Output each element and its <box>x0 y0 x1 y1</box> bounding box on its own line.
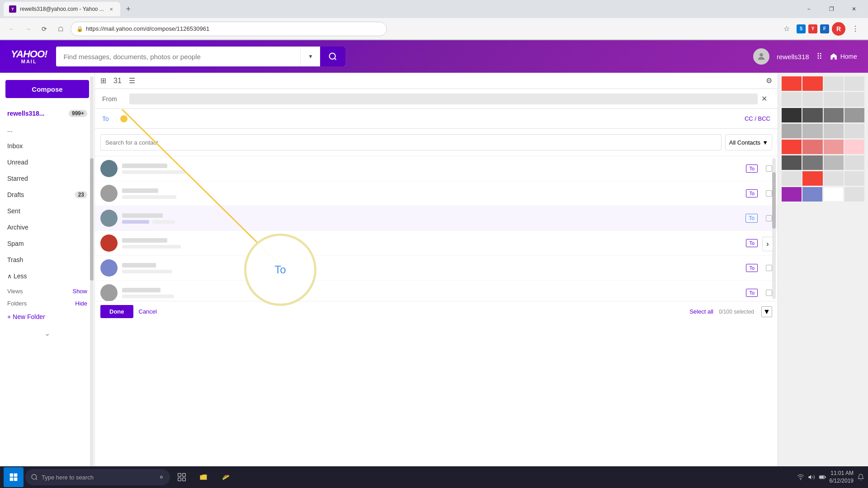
search-dropdown-button[interactable]: ▼ <box>300 47 320 66</box>
sidebar-scrollbar-thumb[interactable] <box>90 158 94 281</box>
ext-icon-2[interactable]: Y <box>808 24 817 33</box>
home-nav-button[interactable]: ☖ <box>54 23 67 35</box>
sidebar-scroll-arrow[interactable]: ⌄ <box>0 325 94 341</box>
svg-rect-14 <box>178 474 181 477</box>
maximize-button[interactable]: ❐ <box>821 0 842 18</box>
apps-grid-button[interactable]: ⠿ <box>816 52 822 61</box>
close-button[interactable]: ✕ <box>844 0 864 18</box>
folders-hide-action[interactable]: Hide <box>75 300 87 307</box>
network-icon <box>797 474 804 481</box>
sidebar-item-drafts[interactable]: Drafts 23 <box>0 187 94 203</box>
new-tab-button[interactable]: + <box>122 3 135 15</box>
settings-icon[interactable]: ⚙ <box>766 76 772 85</box>
sidebar-scrollbar[interactable] <box>90 76 94 485</box>
contact-filter-dropdown[interactable]: All Contacts ▼ <box>725 134 772 150</box>
contact-checkbox-5[interactable] <box>766 265 772 271</box>
start-button[interactable] <box>4 467 24 487</box>
contact-to-label-3[interactable]: To <box>745 214 758 223</box>
contact-item-3[interactable]: To <box>95 206 778 231</box>
picker-done-button[interactable]: Done <box>100 305 133 318</box>
contact-item-2[interactable]: To <box>95 181 778 206</box>
picker-cancel-button[interactable]: Cancel <box>139 308 157 315</box>
contact-item-6[interactable]: To <box>95 281 778 301</box>
to-field[interactable]: To CC / BCC <box>95 109 778 129</box>
filter-label: All Contacts <box>729 139 760 146</box>
picker-select-all-button[interactable]: Select all <box>689 308 713 315</box>
picker-scrollbar[interactable] <box>772 158 776 299</box>
contact-to-button-6[interactable]: To <box>746 289 758 297</box>
contact-checkbox-1[interactable] <box>766 165 772 172</box>
contact-search-input[interactable] <box>100 134 722 150</box>
picker-scroll-down[interactable]: ▼ <box>761 306 772 317</box>
compose-close-button[interactable]: ✕ <box>758 93 770 105</box>
notification-icon[interactable] <box>857 474 864 481</box>
more-browser-options[interactable]: ⋮ <box>848 22 863 36</box>
thumb-cell <box>823 187 844 202</box>
sidebar-more-dots[interactable]: ... <box>0 122 94 138</box>
tab-close-button[interactable]: ✕ <box>108 5 115 13</box>
thumbnail-row-7 <box>782 171 864 186</box>
thumbnail-row-8 <box>782 187 864 202</box>
calendar-view-icon[interactable]: 31 <box>113 77 122 85</box>
minimize-button[interactable]: − <box>798 0 819 18</box>
search-input[interactable] <box>56 47 300 66</box>
sidebar-item-archive[interactable]: Archive <box>0 219 94 235</box>
contact-checkbox-6[interactable] <box>766 290 772 296</box>
sidebar-user-email: rewells318... <box>7 110 45 117</box>
contact-avatar-5 <box>100 259 118 277</box>
sidebar-item-sent[interactable]: Sent <box>0 203 94 219</box>
picker-scrollbar-thumb[interactable] <box>772 172 776 229</box>
thumb-cell <box>844 155 864 170</box>
ext-icon-1[interactable]: S <box>797 24 806 33</box>
contact-checkbox-3[interactable] <box>766 215 772 221</box>
yahoo-header: YAHOO! MAIL ▼ rewells318 ⠿ Home <box>0 40 868 73</box>
file-explorer-button[interactable] <box>193 467 213 487</box>
bookmark-button[interactable]: ☆ <box>779 22 794 36</box>
chrome-browser-button[interactable] <box>215 467 235 487</box>
contact-to-button-5[interactable]: To <box>746 264 758 272</box>
contact-item-1[interactable]: To <box>95 156 778 181</box>
sidebar-item-trash[interactable]: Trash <box>0 252 94 268</box>
contact-to-button-4[interactable]: To <box>746 239 758 247</box>
sidebar-new-folder[interactable]: + New Folder <box>0 309 94 325</box>
search-submit-button[interactable] <box>320 47 345 66</box>
contact-name-2 <box>122 188 741 194</box>
compact-view-icon[interactable]: ⊞ <box>100 76 106 85</box>
thumb-cell <box>782 155 802 170</box>
list-view-icon[interactable]: ☰ <box>129 76 135 85</box>
sidebar-less-toggle[interactable]: ∧ Less <box>0 268 94 284</box>
contact-item-4[interactable]: To <box>95 231 778 256</box>
url-bar[interactable]: 🔒 https://mail.yahoo.com/d/compose/11265… <box>71 22 387 36</box>
sidebar-item-starred[interactable]: Starred <box>0 170 94 187</box>
contact-to-button-2[interactable]: To <box>746 189 758 197</box>
contact-item-5[interactable]: To <box>95 256 778 281</box>
thumb-cell <box>782 171 802 186</box>
ext-icon-3[interactable]: F <box>820 24 829 33</box>
reload-button[interactable]: ⟳ <box>38 23 51 35</box>
sidebar-views-section: Views Show <box>0 284 94 296</box>
sidebar-item-inbox[interactable]: Inbox <box>0 138 94 154</box>
home-button[interactable]: Home <box>830 52 857 61</box>
contact-to-button-1[interactable]: To <box>746 164 758 173</box>
back-button[interactable]: ← <box>5 23 18 35</box>
sidebar-item-unread[interactable]: Unread <box>0 154 94 170</box>
browser-profile[interactable]: R <box>832 22 845 36</box>
sidebar-item-spam[interactable]: Spam <box>0 235 94 252</box>
contact-avatar-2 <box>100 185 118 202</box>
sidebar-user-row[interactable]: rewells318... 999+ <box>0 105 94 122</box>
views-show-action[interactable]: Show <box>72 288 87 295</box>
compose-button[interactable]: Compose <box>5 80 89 98</box>
cc-bcc-link[interactable]: CC / BCC <box>745 115 770 122</box>
contact-name-1 <box>122 163 741 169</box>
task-view-button[interactable] <box>172 467 192 487</box>
to-input[interactable] <box>135 115 745 122</box>
thumb-cell <box>782 124 802 138</box>
contact-name-6 <box>122 287 741 294</box>
thumb-cell <box>802 76 822 91</box>
contact-checkbox-2[interactable] <box>766 190 772 197</box>
taskbar-search[interactable]: Type here to search <box>25 469 170 485</box>
sidebar-archive-label: Archive <box>7 224 28 231</box>
svg-rect-17 <box>183 478 186 481</box>
active-tab[interactable]: Y rewells318@yahoo.com - Yahoo ... ✕ <box>4 2 120 16</box>
forward-button[interactable]: → <box>22 23 34 35</box>
